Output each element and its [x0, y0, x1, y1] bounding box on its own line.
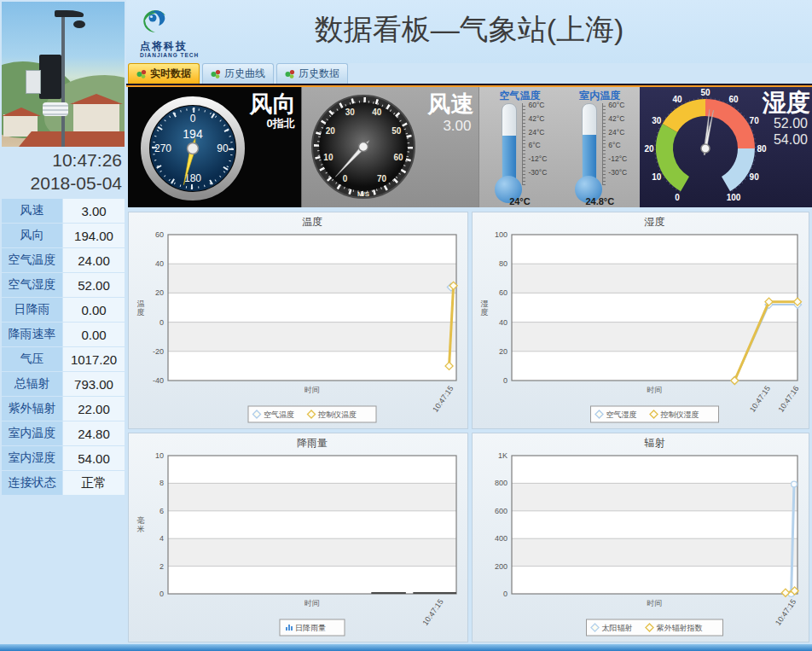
svg-text:时间: 时间 [647, 386, 663, 394]
row-value: 54.00 [63, 446, 125, 470]
tab-history-curve[interactable]: 历史曲线 [202, 63, 274, 84]
row-value: 24.00 [63, 248, 125, 272]
table-row: 室内湿度54.00 [2, 446, 125, 470]
svg-text:0: 0 [503, 590, 508, 598]
svg-text:400: 400 [495, 534, 508, 543]
table-row: 降雨速率0.00 [2, 323, 125, 346]
svg-text:温: 温 [137, 299, 145, 308]
svg-text:控制仪温度: 控制仪温度 [317, 410, 357, 419]
wind-speed-value: 3.00 [443, 118, 471, 135]
photo-radiation-shield [43, 102, 68, 116]
logo-subname: DIANJIANG TECH [140, 52, 199, 58]
thermometer-value: 24°C [479, 196, 560, 206]
thermometer-value: 24.8°C [560, 196, 640, 206]
thermometer-title: 室内温度 [560, 89, 640, 103]
wind-direction-panel: 090180270 194 风向 0指北 [128, 87, 301, 207]
table-row: 紫外辐射22.00 [2, 397, 125, 421]
humidity-panel: 0102030405060708090100 湿度 52.00 54.00 [640, 87, 812, 207]
tab-pinwheel-icon [211, 69, 221, 79]
svg-text:10:47:16: 10:47:16 [776, 384, 800, 413]
current-date: 2018-05-04 [31, 173, 122, 194]
svg-text:0: 0 [675, 193, 680, 202]
svg-text:时间: 时间 [304, 386, 320, 394]
wind-direction-title: 风向 [250, 89, 296, 119]
row-label: 空气湿度 [2, 273, 62, 297]
sensor-table: 风速3.00风向194.00空气温度24.00空气湿度52.00日降雨0.00降… [2, 199, 125, 496]
svg-text:8: 8 [160, 479, 164, 487]
row-label: 紫外辐射 [2, 397, 62, 421]
svg-text:毫: 毫 [137, 516, 145, 525]
chart-humidity: 100806040200湿度湿度10:47:1510:47:16时间空气湿度控制… [472, 212, 809, 429]
main-area: 点将科技 DIANJIANG TECH 数据看板—气象站(上海) 实时数据 历史… [126, 0, 812, 644]
svg-text:80: 80 [757, 144, 768, 154]
bottom-bar [0, 644, 812, 651]
photo-roof [19, 131, 125, 147]
thermometer-tube [582, 103, 597, 183]
svg-text:60: 60 [393, 153, 403, 162]
svg-text:度: 度 [481, 308, 489, 317]
svg-text:紫外辐射指数: 紫外辐射指数 [657, 624, 703, 632]
svg-text:10:47:15: 10:47:15 [774, 597, 798, 626]
wind-direction-gauge: 090180270 194 [128, 87, 256, 207]
photo-house [73, 102, 119, 131]
thermometer-title: 空气温度 [479, 89, 560, 103]
tab-pinwheel-icon [136, 69, 147, 79]
svg-text:50: 50 [392, 126, 402, 136]
humidity-value-air: 52.00 [774, 116, 808, 131]
svg-text:0: 0 [503, 376, 508, 385]
tab-realtime-data[interactable]: 实时数据 [128, 63, 200, 84]
humidity-gauge: 0102030405060708090100 [640, 87, 768, 207]
svg-text:40: 40 [155, 259, 164, 268]
table-row: 连接状态正常 [2, 471, 125, 495]
svg-text:10:47:15: 10:47:15 [748, 384, 772, 413]
svg-text:空气温度: 空气温度 [264, 410, 294, 419]
svg-text:30: 30 [652, 116, 663, 125]
table-row: 气压1017.20 [2, 347, 125, 371]
tab-history-data[interactable]: 历史数据 [276, 63, 348, 84]
svg-text:50: 50 [701, 88, 711, 97]
svg-text:4: 4 [160, 534, 164, 543]
wind-speed-unit: M/S [357, 190, 370, 198]
humidity-title: 湿度 [763, 87, 810, 119]
svg-text:0: 0 [342, 174, 347, 183]
svg-text:20: 20 [499, 347, 508, 356]
tab-bar: 实时数据 历史曲线 历史数据 [126, 63, 812, 84]
row-label: 空气温度 [2, 248, 62, 272]
svg-text:70: 70 [750, 116, 760, 125]
thermometer-scale: 60°C42°C24°C6°C-12°C-30°C [522, 103, 557, 185]
row-value: 0.00 [63, 323, 125, 346]
row-label: 日降雨 [2, 298, 62, 322]
row-value: 22.00 [63, 397, 125, 421]
svg-text:80: 80 [499, 259, 508, 268]
svg-text:度: 度 [137, 308, 145, 317]
table-row: 风速3.00 [2, 199, 125, 223]
row-value: 0.00 [63, 298, 125, 322]
svg-text:100: 100 [495, 230, 508, 239]
table-row: 室内温度24.80 [2, 421, 125, 445]
svg-text:10:47:15: 10:47:15 [420, 597, 444, 626]
row-value: 793.00 [63, 372, 125, 396]
chart-canvas: 1086420降雨量毫米10:47:15时间日降雨量 [129, 433, 467, 642]
svg-text:-20: -20 [153, 347, 164, 356]
svg-text:2: 2 [160, 562, 164, 571]
thermometer-scale: 60°C42°C24°C6°C-12°C-30°C [602, 103, 637, 185]
thermometer-air: 空气温度 60°C42°C24°C6°C-12°C-30°C 24°C [479, 87, 560, 207]
photo-station-pole [61, 17, 65, 147]
chart-canvas: 6040200-20-40温度温度10:47:15时间空气温度控制仪温度 [129, 212, 467, 428]
table-row: 日降雨0.00 [2, 298, 125, 322]
chart-canvas: 100806040200湿度湿度10:47:1510:47:16时间空气湿度控制… [473, 212, 809, 428]
chart-temperature: 6040200-20-40温度温度10:47:15时间空气温度控制仪温度 [128, 212, 468, 429]
wind-speed-title: 风速 [427, 89, 473, 119]
table-row: 空气温度24.00 [2, 248, 125, 272]
table-row: 总辐射793.00 [2, 372, 125, 396]
svg-text:600: 600 [495, 507, 508, 515]
station-photo [2, 2, 125, 147]
svg-text:90: 90 [217, 142, 229, 154]
row-label: 总辐射 [2, 372, 62, 396]
row-value: 24.80 [63, 421, 125, 445]
wind-speed-panel: 010203040506070 M/S 风速 3.00 [301, 87, 479, 207]
table-row: 风向194.00 [2, 224, 125, 247]
wind-speed-gauge: 010203040506070 M/S [302, 87, 430, 207]
svg-text:辐射: 辐射 [644, 437, 665, 449]
row-value: 3.00 [63, 199, 125, 223]
